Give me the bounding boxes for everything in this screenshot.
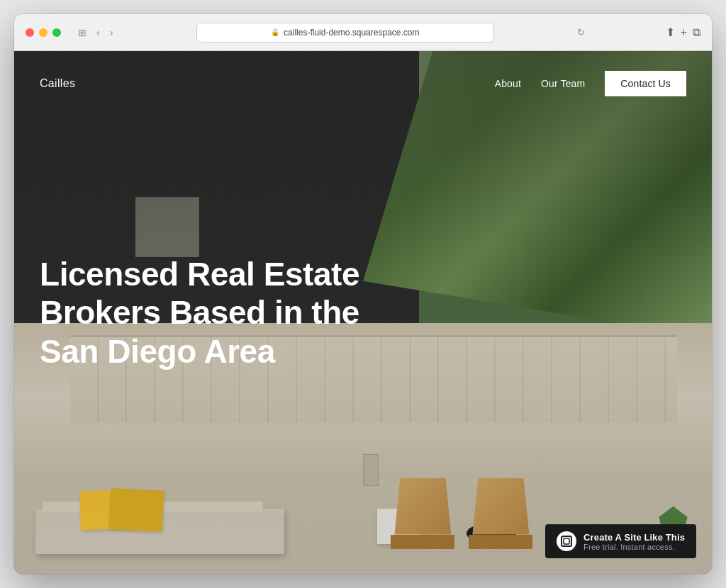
sidebar-icon[interactable]: ⊞ xyxy=(75,26,89,39)
website-content: Cailles About Our Team Contact Us Licens… xyxy=(14,51,712,574)
badge-main-text: Create A Site Like This xyxy=(583,532,685,543)
maximize-button[interactable] xyxy=(52,28,61,37)
nav-links: About Our Team Contact Us xyxy=(495,71,686,96)
hero-text: Licensed Real Estate Brokers Based in th… xyxy=(40,255,408,371)
new-tab-button[interactable]: + xyxy=(681,26,687,39)
nav-link-our-team[interactable]: Our Team xyxy=(541,78,585,89)
minimize-button[interactable] xyxy=(39,28,48,37)
browser-actions: ⬆ + ⧉ xyxy=(666,26,700,39)
refresh-button[interactable]: ↻ xyxy=(577,27,585,38)
browser-controls: ⊞ ‹ › xyxy=(75,26,116,39)
squarespace-logo-svg xyxy=(560,535,573,548)
back-button[interactable]: ‹ xyxy=(94,26,103,39)
browser-window: ⊞ ‹ › 🔒 cailles-fluid-demo.squarespace.c… xyxy=(14,14,712,574)
browser-chrome: ⊞ ‹ › 🔒 cailles-fluid-demo.squarespace.c… xyxy=(14,14,712,51)
svg-rect-0 xyxy=(562,536,571,546)
squarespace-icon xyxy=(557,531,576,551)
forward-button[interactable]: › xyxy=(107,26,116,39)
traffic-lights xyxy=(26,28,61,37)
share-button[interactable]: ⬆ xyxy=(666,26,675,39)
badge-sub-text: Free trial. Instant access. xyxy=(583,543,685,551)
site-logo: Cailles xyxy=(40,77,75,90)
badge-text: Create A Site Like This Free trial. Inst… xyxy=(583,532,685,551)
address-bar[interactable]: 🔒 cailles-fluid-demo.squarespace.com xyxy=(196,23,494,43)
site-navigation: Cailles About Our Team Contact Us xyxy=(14,51,712,116)
hero-heading: Licensed Real Estate Brokers Based in th… xyxy=(40,255,408,371)
nav-link-about[interactable]: About xyxy=(495,78,521,89)
svg-rect-1 xyxy=(564,538,569,544)
tabs-button[interactable]: ⧉ xyxy=(693,26,700,39)
contact-us-button[interactable]: Contact Us xyxy=(605,71,686,96)
close-button[interactable] xyxy=(26,28,34,37)
lock-icon: 🔒 xyxy=(271,28,279,36)
url-text: cailles-fluid-demo.squarespace.com xyxy=(284,28,419,38)
squarespace-badge[interactable]: Create A Site Like This Free trial. Inst… xyxy=(545,524,696,558)
